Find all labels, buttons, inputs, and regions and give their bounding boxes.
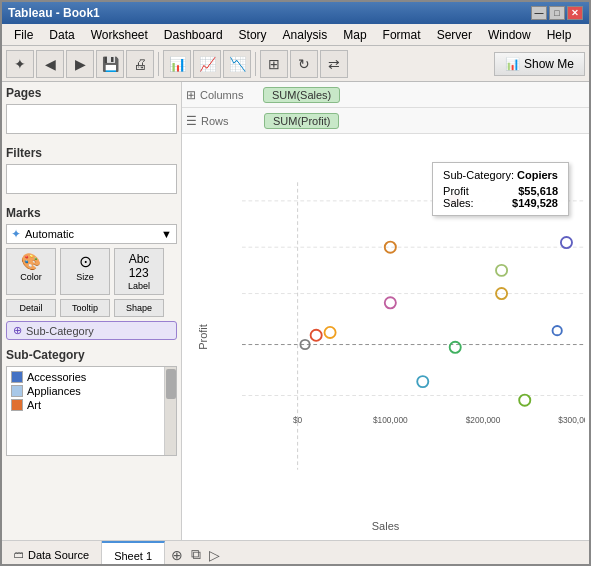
menu-server[interactable]: Server	[429, 26, 480, 44]
menu-data[interactable]: Data	[41, 26, 82, 44]
duplicate-sheet-button[interactable]: ⧉	[189, 544, 203, 565]
detail-button[interactable]: Detail	[6, 299, 56, 317]
x-axis-label: Sales	[372, 520, 400, 532]
marks-buttons2: Detail Tooltip Shape	[6, 299, 177, 317]
legend-scrollbar[interactable]	[164, 367, 176, 455]
data-point-5[interactable]	[385, 297, 396, 308]
svg-text:$300,000: $300,000	[558, 415, 585, 425]
tooltip-label: Tooltip	[72, 303, 98, 313]
rows-pill[interactable]: SUM(Profit)	[264, 113, 339, 129]
show-me-button[interactable]: 📊 Show Me	[494, 52, 585, 76]
sub-category-pill[interactable]: ⊕ Sub-Category	[6, 321, 177, 340]
menu-dashboard[interactable]: Dashboard	[156, 26, 231, 44]
svg-text:$200,000: $200,000	[466, 415, 501, 425]
shape-button[interactable]: Shape	[114, 299, 164, 317]
data-point-3[interactable]	[561, 237, 572, 248]
legend-label-appliances: Appliances	[27, 385, 81, 397]
pages-label: Pages	[6, 86, 177, 100]
left-panel: Pages Filters Marks ✦ Automatic ▼ 🎨 Colo…	[2, 82, 182, 540]
menu-help[interactable]: Help	[539, 26, 580, 44]
data-point-2[interactable]	[496, 265, 507, 276]
marks-dropdown[interactable]: ✦ Automatic ▼	[6, 224, 177, 244]
tooltip-profit-label: Profit	[443, 185, 469, 197]
label-label: Label	[128, 281, 150, 291]
minimize-button[interactable]: —	[531, 6, 547, 20]
menu-file[interactable]: File	[6, 26, 41, 44]
tooltip-title: Sub-Category: Copiers	[443, 169, 558, 181]
sheet1-label: Sheet 1	[114, 550, 152, 562]
forward-button[interactable]: ▶	[66, 50, 94, 78]
menu-worksheet[interactable]: Worksheet	[83, 26, 156, 44]
maximize-button[interactable]: □	[549, 6, 565, 20]
filters-section: Filters	[6, 146, 177, 198]
show-me-icon: 📊	[505, 57, 520, 71]
filters-label: Filters	[6, 146, 177, 160]
size-button[interactable]: ⊙ Size	[60, 248, 110, 295]
color-icon: 🎨	[21, 252, 41, 271]
tooltip-box: Sub-Category: Copiers Profit $55,618 Sal…	[432, 162, 569, 216]
scrollbar-thumb[interactable]	[166, 369, 176, 399]
window-controls: — □ ✕	[531, 6, 583, 20]
marks-arrow-icon: ▼	[161, 228, 172, 240]
refresh-button[interactable]: ↻	[290, 50, 318, 78]
show-me-label: Show Me	[524, 57, 574, 71]
marks-label: Marks	[6, 206, 177, 220]
datasource-label: Data Source	[28, 549, 89, 561]
toolbar-sep2	[255, 52, 256, 76]
sheet1-tab[interactable]: Sheet 1	[102, 541, 165, 566]
label-button[interactable]: Abc123 Label	[114, 248, 164, 295]
chart-btn2[interactable]: 📈	[193, 50, 221, 78]
marks-type: Automatic	[25, 228, 74, 240]
list-item: Accessories	[11, 371, 172, 383]
data-point-10[interactable]	[417, 376, 428, 387]
legend-label-accessories: Accessories	[27, 371, 86, 383]
menu-story[interactable]: Story	[231, 26, 275, 44]
legend-label-art: Art	[27, 399, 41, 411]
detail-label: Detail	[19, 303, 42, 313]
window-title: Tableau - Book1	[8, 6, 100, 20]
menu-analysis[interactable]: Analysis	[275, 26, 336, 44]
legend-swatch-accessories	[11, 371, 23, 383]
back-button[interactable]: ◀	[36, 50, 64, 78]
menu-window[interactable]: Window	[480, 26, 539, 44]
marks-star-icon: ✦	[11, 227, 21, 241]
data-point-11[interactable]	[519, 395, 530, 406]
tooltip-profit-value: $55,618	[518, 185, 558, 197]
chart-area: ⊞ Columns SUM(Sales) ☰ Rows SUM(Profit) …	[182, 82, 589, 540]
main-area: Pages Filters Marks ✦ Automatic ▼ 🎨 Colo…	[2, 82, 589, 540]
datasource-tab[interactable]: 🗃 Data Source	[2, 541, 102, 566]
pages-section: Pages	[6, 86, 177, 138]
svg-text:$100,000: $100,000	[373, 415, 408, 425]
columns-label: Columns	[200, 89, 255, 101]
tooltip-button[interactable]: Tooltip	[60, 299, 110, 317]
columns-icon: ⊞	[186, 88, 196, 102]
print-button[interactable]: 🖨	[126, 50, 154, 78]
new-button[interactable]: ✦	[6, 50, 34, 78]
menu-format[interactable]: Format	[375, 26, 429, 44]
color-button[interactable]: 🎨 Color	[6, 248, 56, 295]
columns-pill[interactable]: SUM(Sales)	[263, 87, 340, 103]
swap-button[interactable]: ⇄	[320, 50, 348, 78]
menu-map[interactable]: Map	[335, 26, 374, 44]
chart-btn1[interactable]: 📊	[163, 50, 191, 78]
chart-btn3[interactable]: 📉	[223, 50, 251, 78]
data-point-9[interactable]	[450, 342, 461, 353]
legend-swatch-art	[11, 399, 23, 411]
rows-label: Rows	[201, 115, 256, 127]
menu-bar: File Data Worksheet Dashboard Story Anal…	[2, 24, 589, 46]
data-point-12[interactable]	[553, 326, 562, 335]
status-bar: 🗃 Data Source Sheet 1 ⊕ ⧉ ▷	[2, 540, 589, 566]
save-button[interactable]: 💾	[96, 50, 124, 78]
more-sheets-button[interactable]: ▷	[207, 545, 222, 565]
data-point-7[interactable]	[325, 327, 336, 338]
legend-wrapper: Accessories Appliances Art	[6, 366, 177, 456]
tooltip-sales-label: Sales:	[443, 197, 474, 209]
data-point-6[interactable]	[311, 330, 322, 341]
close-button[interactable]: ✕	[567, 6, 583, 20]
toolbar: ✦ ◀ ▶ 💾 🖨 📊 📈 📉 ⊞ ↻ ⇄ 📊 Show Me	[2, 46, 589, 82]
add-sheet-button[interactable]: ⊕	[169, 545, 185, 565]
columns-shelf: ⊞ Columns SUM(Sales)	[182, 82, 589, 108]
data-btn[interactable]: ⊞	[260, 50, 288, 78]
toolbar-sep1	[158, 52, 159, 76]
legend-items: Accessories Appliances Art	[11, 371, 172, 411]
